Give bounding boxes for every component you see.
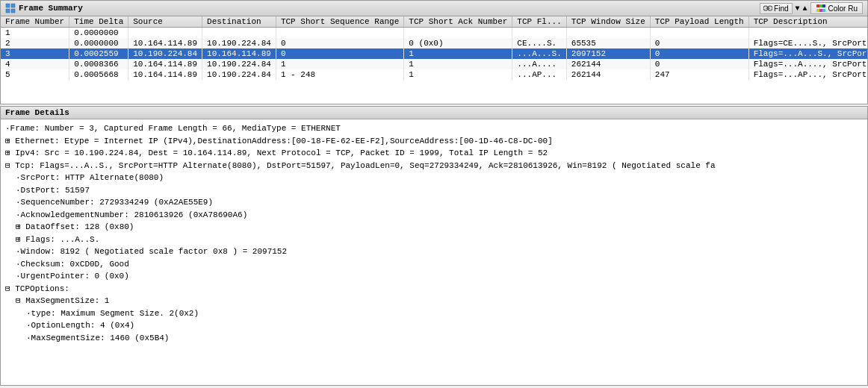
- table-cell: 10.190.224.84: [202, 69, 276, 80]
- detail-line: ·OptionLength: 4 (0x4): [5, 319, 863, 332]
- table-row[interactable]: 20.000000010.164.114.8910.190.224.8400 (…: [1, 38, 867, 48]
- table-cell: 10.164.114.89: [128, 69, 202, 80]
- svg-rect-2: [6, 9, 10, 13]
- table-header-row: Frame Number Time Delta Source Destinati…: [1, 16, 867, 28]
- detail-line: ·DstPort: 51597: [5, 184, 863, 197]
- sort-down-button[interactable]: ▼: [796, 4, 800, 13]
- table-cell: [650, 28, 748, 39]
- detail-line: ·SrcPort: HTTP Alternate(8080): [5, 172, 863, 184]
- table-cell: 1 - 248: [276, 69, 403, 80]
- table-cell: 1: [276, 59, 403, 69]
- svg-rect-1: [11, 4, 15, 7]
- table-cell: CE....S.: [512, 38, 566, 48]
- table-cell: 65535: [566, 38, 650, 48]
- frame-details-header: Frame Details: [1, 107, 867, 119]
- table-cell: 0: [650, 48, 748, 59]
- frame-summary-panel: Frame Summary Find ▼ ▲: [0, 0, 868, 104]
- table-cell: [748, 28, 867, 39]
- detail-line: ·UrgentPointer: 0 (0x0): [5, 270, 863, 283]
- col-tcp-desc[interactable]: TCP Description: [748, 16, 867, 28]
- table-cell: 3: [1, 48, 69, 59]
- find-label: Find: [774, 4, 788, 13]
- svg-rect-12: [822, 9, 825, 12]
- frame-table: Frame Number Time Delta Source Destinati…: [1, 16, 867, 80]
- detail-line: ·Checksum: 0xCD0D, Good: [5, 258, 863, 271]
- table-row[interactable]: 50.000566810.164.114.8910.190.224.841 - …: [1, 69, 867, 80]
- frame-details-title: Frame Details: [5, 108, 69, 117]
- table-cell: 1: [404, 59, 512, 69]
- sort-up-button[interactable]: ▲: [803, 4, 807, 13]
- table-cell: ...AP...: [512, 69, 566, 80]
- table-cell: 1: [1, 28, 69, 39]
- frame-details-content[interactable]: ·Frame: Number = 3, Captured Frame Lengt…: [1, 119, 867, 379]
- table-cell: [512, 28, 566, 39]
- table-cell: 247: [650, 69, 748, 80]
- detail-line[interactable]: ⊟ TCPOptions:: [5, 283, 863, 295]
- table-cell: 1: [404, 48, 512, 59]
- detail-line[interactable]: ⊞ Ipv4: Src = 10.190.224.84, Dest = 10.1…: [5, 147, 863, 160]
- toolbar: Find ▼ ▲ Color Ru: [760, 2, 863, 14]
- detail-line: ·Frame: Number = 3, Captured Frame Lengt…: [5, 122, 863, 135]
- table-cell: Flags=...A...., SrcPort=51597, DstPort=H…: [748, 59, 867, 69]
- table-cell: 0.0000000: [69, 28, 128, 39]
- col-tcp-ack[interactable]: TCP Short Ack Number: [404, 16, 512, 28]
- col-destination[interactable]: Destination: [202, 16, 276, 28]
- detail-line[interactable]: ⊞ Flags: ...A..S.: [5, 234, 863, 246]
- table-cell: 0.0002559: [69, 48, 128, 59]
- table-cell: Flags=...A...S., SrcPort=HTTP Alternate(…: [748, 48, 867, 59]
- grid-icon: [5, 3, 16, 13]
- table-row[interactable]: 10.0000000: [1, 28, 867, 39]
- table-cell: 10.164.114.89: [202, 48, 276, 59]
- detail-line[interactable]: ⊞ DataOffset: 128 (0x80): [5, 221, 863, 234]
- table-cell: 0: [650, 59, 748, 69]
- svg-rect-9: [822, 4, 825, 7]
- col-tcp-flags[interactable]: TCP Fl...: [512, 16, 566, 28]
- header-left: Frame Summary: [5, 3, 83, 13]
- detail-line: ·AcknowledgementNumber: 2810613926 (0xA7…: [5, 209, 863, 222]
- table-cell: 5: [1, 69, 69, 80]
- table-cell: 2097152: [566, 48, 650, 59]
- svg-rect-0: [6, 4, 10, 7]
- table-cell: ...A...S.: [512, 48, 566, 59]
- detail-line[interactable]: ⊟ MaxSegmentSize: 1: [5, 295, 863, 307]
- table-cell: [276, 28, 403, 39]
- table-cell: 0.0008366: [69, 59, 128, 69]
- frame-table-container[interactable]: Frame Number Time Delta Source Destinati…: [1, 16, 867, 98]
- svg-rect-11: [819, 9, 822, 12]
- table-cell: 10.190.224.84: [128, 48, 202, 59]
- table-cell: 0: [276, 48, 403, 59]
- detail-line[interactable]: ⊟ Tcp: Flags=...A..S., SrcPort=HTTP Alte…: [5, 160, 863, 172]
- table-cell: [566, 28, 650, 39]
- table-cell: 0.0005668: [69, 69, 128, 80]
- col-source[interactable]: Source: [128, 16, 202, 28]
- table-cell: Flags=...AP..., SrcPort=51597, DstPort=H…: [748, 69, 867, 80]
- frame-summary-header: Frame Summary Find ▼ ▲: [1, 1, 867, 16]
- table-row[interactable]: 40.000836610.164.114.8910.190.224.8411..…: [1, 59, 867, 69]
- col-tcp-payload[interactable]: TCP Payload Length: [650, 16, 748, 28]
- table-cell: 0.0000000: [69, 38, 128, 48]
- table-cell: [404, 28, 512, 39]
- table-cell: 1: [404, 69, 512, 80]
- table-row[interactable]: 30.000255910.190.224.8410.164.114.8901..…: [1, 48, 867, 59]
- col-tcp-seq[interactable]: TCP Short Sequence Range: [276, 16, 403, 28]
- col-time-delta[interactable]: Time Delta: [69, 16, 128, 28]
- table-cell: 4: [1, 59, 69, 69]
- table-cell: 10.164.114.89: [128, 38, 202, 48]
- color-rules-button[interactable]: Color Ru: [810, 2, 863, 14]
- detail-line[interactable]: ⊞ Ethernet: Etype = Internet IP (IPv4),D…: [5, 135, 863, 148]
- color-rules-label: Color Ru: [828, 4, 858, 13]
- detail-line: ·type: Maximum Segment Size. 2(0x2): [5, 307, 863, 320]
- binoculars-icon: [763, 4, 772, 12]
- detail-lines-container: ·Frame: Number = 3, Captured Frame Lengt…: [5, 122, 863, 344]
- table-cell: Flags=CE....S., SrcPort=51597, DstPort=H…: [748, 38, 867, 48]
- details-header-left: Frame Details: [5, 108, 69, 117]
- col-frame-number[interactable]: Frame Number: [1, 16, 69, 28]
- frame-summary-title: Frame Summary: [19, 4, 83, 13]
- svg-rect-3: [11, 9, 15, 13]
- find-button[interactable]: Find: [760, 3, 792, 14]
- table-cell: [202, 28, 276, 39]
- svg-rect-7: [816, 4, 819, 7]
- col-tcp-window[interactable]: TCP Window Size: [566, 16, 650, 28]
- table-cell: 0: [650, 38, 748, 48]
- detail-line: ·SequenceNumber: 2729334249 (0xA2AE55E9): [5, 196, 863, 209]
